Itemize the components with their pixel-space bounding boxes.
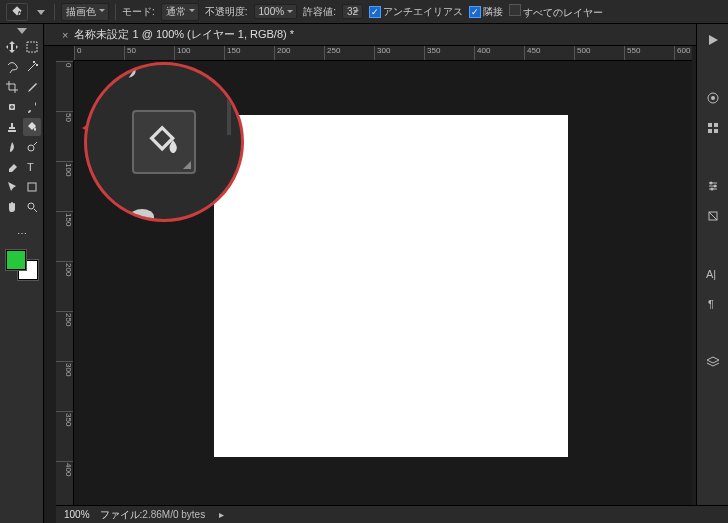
- chevron-right-icon[interactable]: ▸: [219, 509, 224, 520]
- close-icon[interactable]: ×: [62, 29, 68, 41]
- opacity-select[interactable]: 100%: [254, 4, 298, 19]
- svg-rect-9: [714, 123, 718, 127]
- heal-tool[interactable]: [3, 98, 21, 116]
- path-select-tool[interactable]: [3, 178, 21, 196]
- document-tab[interactable]: × 名称未設定 1 @ 100% (レイヤー 1, RGB/8) *: [56, 27, 300, 42]
- toolbox-menu[interactable]: [17, 28, 27, 34]
- paint-bucket-tool[interactable]: [23, 118, 41, 136]
- svg-point-12: [709, 182, 712, 185]
- callout-magnifier: [84, 62, 244, 222]
- swatches-panel-icon[interactable]: [705, 120, 721, 136]
- svg-rect-4: [28, 183, 36, 191]
- character-panel-icon[interactable]: A|: [705, 266, 721, 282]
- type-tool[interactable]: T: [23, 158, 41, 176]
- marquee-tool[interactable]: [23, 38, 41, 56]
- svg-point-13: [713, 185, 716, 188]
- svg-text:¶: ¶: [708, 298, 714, 310]
- foreground-color-swatch[interactable]: [6, 250, 26, 270]
- eyedropper-tool[interactable]: [23, 78, 41, 96]
- color-swatches[interactable]: [6, 250, 38, 280]
- svg-point-7: [711, 96, 715, 100]
- wand-tool[interactable]: [23, 58, 41, 76]
- contiguous-checkbox[interactable]: ✓隣接: [469, 5, 503, 19]
- styles-icon[interactable]: [705, 208, 721, 224]
- lasso-tool[interactable]: [3, 58, 21, 76]
- eraser-tool[interactable]: [3, 158, 21, 176]
- current-tool-indicator[interactable]: [6, 3, 28, 21]
- svg-rect-11: [714, 129, 718, 133]
- layers-panel-icon[interactable]: [705, 354, 721, 370]
- tolerance-label: 許容値:: [303, 5, 336, 19]
- play-icon[interactable]: [705, 32, 721, 48]
- paragraph-panel-icon[interactable]: ¶: [705, 296, 721, 312]
- move-tool[interactable]: [3, 38, 21, 56]
- crop-tool[interactable]: [3, 78, 21, 96]
- svg-rect-10: [708, 129, 712, 133]
- file-info[interactable]: ファイル:2.86M/0 bytes: [100, 508, 206, 522]
- blur-tool[interactable]: [3, 138, 21, 156]
- shape-tool[interactable]: [23, 178, 41, 196]
- edit-toolbar[interactable]: ⋯: [13, 224, 31, 242]
- mode-label: モード:: [122, 5, 155, 19]
- paint-bucket-icon: [142, 120, 186, 164]
- svg-text:A|: A|: [706, 268, 716, 280]
- svg-point-5: [28, 203, 34, 209]
- stamp-tool[interactable]: [3, 118, 21, 136]
- dodge-tool[interactable]: [23, 138, 41, 156]
- antialias-checkbox[interactable]: ✓アンチエイリアス: [369, 5, 463, 19]
- svg-point-14: [710, 188, 713, 191]
- document-title: 名称未設定 1 @ 100% (レイヤー 1, RGB/8) *: [74, 27, 294, 42]
- svg-rect-0: [27, 42, 37, 52]
- hand-tool[interactable]: [3, 198, 21, 216]
- document-tab-bar: × 名称未設定 1 @ 100% (レイヤー 1, RGB/8) *: [0, 24, 728, 46]
- brush-tool[interactable]: [23, 98, 41, 116]
- right-panel-dock: A| ¶: [696, 24, 728, 505]
- svg-rect-8: [708, 123, 712, 127]
- paint-bucket-icon: [10, 5, 24, 19]
- all-layers-checkbox[interactable]: すべてのレイヤー: [509, 4, 603, 20]
- svg-point-2: [28, 145, 34, 151]
- svg-text:T: T: [27, 161, 34, 173]
- mode-select[interactable]: 通常: [161, 3, 199, 21]
- options-bar: 描画色 モード: 通常 不透明度: 100% 許容値: 32 ✓アンチエイリアス…: [0, 0, 728, 24]
- zoom-tool[interactable]: [23, 198, 41, 216]
- status-bar: 100% ファイル:2.86M/0 bytes ▸: [56, 505, 728, 523]
- color-wheel-icon[interactable]: [705, 90, 721, 106]
- document-canvas[interactable]: [214, 115, 568, 457]
- tool-preset-dropdown[interactable]: [34, 5, 48, 19]
- opacity-label: 不透明度:: [205, 5, 248, 19]
- toolbox: T ⋯: [0, 24, 44, 523]
- tolerance-input[interactable]: 32: [342, 4, 363, 19]
- zoom-level[interactable]: 100%: [64, 509, 90, 520]
- adjustments-icon[interactable]: [705, 178, 721, 194]
- paint-bucket-tool-large: [132, 110, 196, 174]
- fill-source-select[interactable]: 描画色: [61, 3, 109, 21]
- ruler-horizontal: 0501001502002503003504004505005506006507…: [74, 46, 692, 61]
